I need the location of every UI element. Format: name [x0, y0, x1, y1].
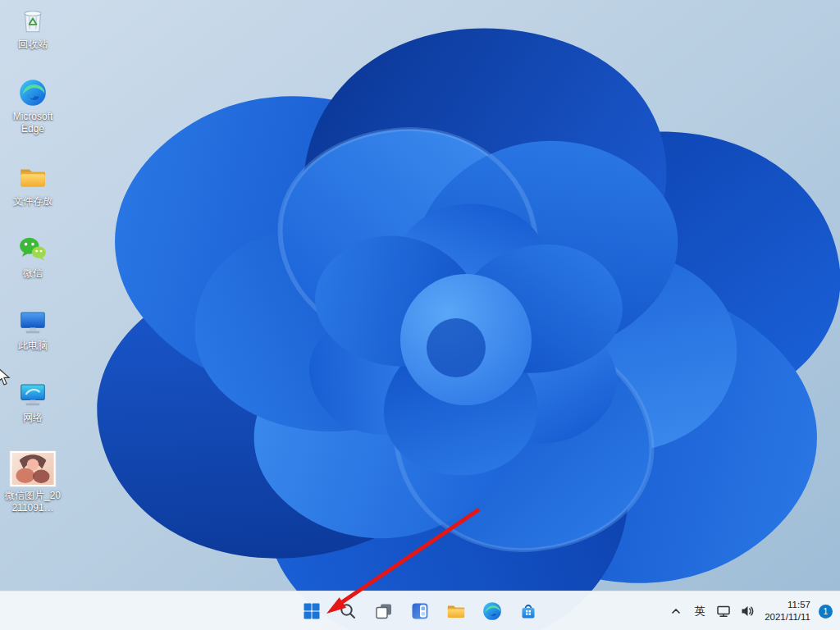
- desktop-icon-column: 回收站 Microsoft Edge 文件存放: [2, 5, 64, 514]
- desktop-icon-label: 微信: [23, 267, 43, 280]
- desktop-icon-network[interactable]: 网络: [2, 378, 64, 424]
- wallpaper-bloom: [0, 0, 840, 630]
- desktop-icon-recycle-bin[interactable]: 回收站: [2, 5, 64, 51]
- clock-time: 11:57: [788, 599, 810, 611]
- taskbar: 英 11:57 2021/11/11 1: [0, 591, 840, 630]
- desktop-icon-microsoft-edge[interactable]: Microsoft Edge: [2, 77, 64, 135]
- speaker-icon: [739, 603, 756, 619]
- desktop-icon-label: 微信图片_20211091…: [3, 490, 62, 514]
- network-icon: [17, 378, 48, 409]
- ime-indicator[interactable]: 英: [688, 595, 711, 628]
- wechat-icon: [17, 234, 48, 265]
- desktop-icon-label: 回收站: [18, 39, 48, 51]
- image-thumbnail: [9, 450, 57, 487]
- task-view-button[interactable]: [368, 595, 400, 628]
- widgets-button[interactable]: [404, 595, 436, 628]
- network-tray-button[interactable]: [712, 595, 735, 628]
- edge-button[interactable]: [476, 595, 509, 628]
- clock-date: 2021/11/11: [765, 611, 810, 623]
- search-icon: [338, 601, 358, 621]
- widgets-icon: [410, 601, 430, 621]
- system-tray: 英 11:57 2021/11/11 1: [664, 591, 837, 630]
- notification-badge[interactable]: 1: [819, 605, 833, 619]
- edge-icon: [482, 600, 503, 622]
- desktop-icon-wechat-image[interactable]: 微信图片_20211091…: [2, 450, 64, 514]
- desktop-icon-label: 网络: [23, 412, 43, 424]
- clock[interactable]: 11:57 2021/11/11: [760, 595, 815, 628]
- windows-logo-icon: [302, 601, 322, 621]
- file-explorer-icon: [445, 600, 467, 622]
- desktop-icon-label: 文件存放: [13, 195, 52, 208]
- edge-icon: [17, 77, 48, 108]
- file-explorer-button[interactable]: [440, 595, 472, 628]
- desktop-icon-label: Microsoft Edge: [3, 111, 62, 135]
- task-view-icon: [374, 601, 394, 621]
- desktop-icon-file-folder[interactable]: 文件存放: [2, 162, 64, 208]
- recycle-bin-icon: [17, 5, 48, 36]
- folder-icon: [17, 162, 48, 193]
- desktop-icon-label: 此电脑: [18, 340, 48, 352]
- search-button[interactable]: [331, 595, 364, 628]
- desktop-icon-wechat[interactable]: 微信: [2, 234, 64, 280]
- start-button[interactable]: [295, 595, 328, 628]
- store-button[interactable]: [512, 595, 545, 628]
- chevron-up-icon: [669, 604, 683, 619]
- tray-overflow-button[interactable]: [664, 595, 687, 628]
- desktop-icon-this-pc[interactable]: 此电脑: [2, 306, 64, 352]
- network-ethernet-icon: [715, 603, 732, 619]
- volume-tray-button[interactable]: [736, 595, 759, 628]
- monitor-icon: [17, 306, 48, 337]
- desktop[interactable]: 回收站 Microsoft Edge 文件存放: [0, 0, 840, 630]
- microsoft-store-icon: [518, 601, 538, 621]
- taskbar-center-group: [295, 595, 545, 628]
